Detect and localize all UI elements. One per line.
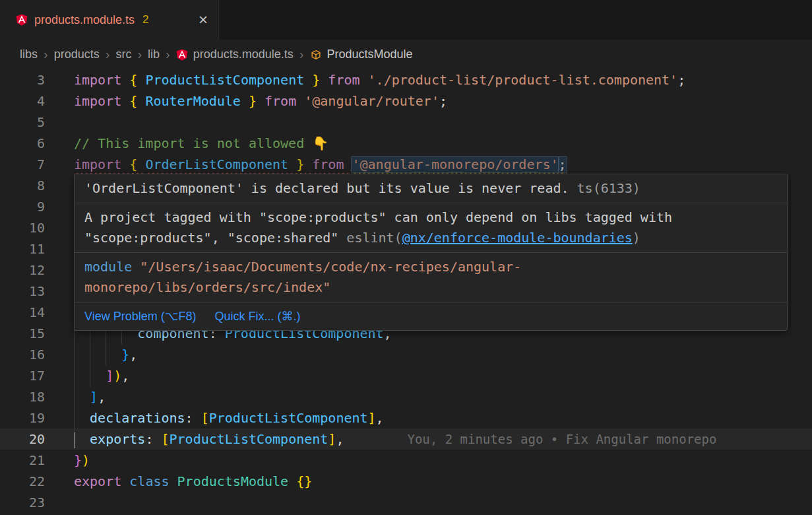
line-number[interactable]: 18 — [0, 386, 45, 407]
code-token: ] — [106, 368, 113, 384]
breadcrumb-label: products.module.ts — [193, 48, 294, 61]
line-number[interactable]: 7 — [0, 154, 45, 175]
editor: 3import { ProductListComponent } from '.… — [0, 69, 812, 513]
code-token: exports — [90, 431, 145, 447]
line-number[interactable]: 11 — [0, 238, 45, 259]
breadcrumb-separator-icon: › — [44, 47, 48, 62]
code-token: // This import is not allowed — [74, 135, 312, 151]
code-token: ProductsModule — [177, 473, 297, 489]
module-info-line2: monorepo/libs/orders/src/index" — [84, 277, 777, 298]
code-line-17[interactable]: 17]), — [0, 365, 812, 386]
view-problem-action[interactable]: View Problem (⌥F8) — [84, 306, 196, 327]
line-number[interactable]: 16 — [0, 344, 45, 365]
breadcrumb-item-lib[interactable]: lib — [148, 48, 160, 61]
tab-products-module-ts[interactable]: products.module.ts 2 × — [0, 0, 219, 40]
code-token: } — [304, 72, 328, 88]
code-token: ProductListComponent — [145, 72, 304, 88]
breadcrumb-item-src[interactable]: src — [115, 48, 131, 61]
breadcrumb-item-products[interactable]: products — [54, 48, 100, 61]
line-content: exports: [ProductListComponent],You, 2 m… — [45, 429, 812, 450]
code-line-3[interactable]: 3import { ProductListComponent } from '.… — [0, 69, 812, 90]
line-number[interactable]: 5 — [0, 112, 45, 133]
code-line-16[interactable]: 16}, — [0, 344, 812, 365]
code-token: } — [121, 347, 129, 362]
line-content — [45, 492, 812, 513]
code-line-23[interactable]: 23 — [0, 492, 812, 513]
ts-message-text: 'OrderListComponent' is declared but its… — [84, 180, 569, 196]
breadcrumb: libs›products›src›lib›products.module.ts… — [0, 40, 812, 69]
code-line-7[interactable]: 7import { OrderListComponent } from '@an… — [0, 154, 812, 175]
line-number[interactable]: 17 — [0, 365, 45, 386]
tab-bar: products.module.ts 2 × — [0, 0, 812, 40]
code-line-5[interactable]: 5 — [0, 112, 812, 133]
line-content: declarations: [ProductListComponent], — [45, 407, 812, 429]
inline-blame: You, 2 minutes ago • Fix Angular monorep… — [407, 432, 716, 446]
symbol-class-icon — [310, 49, 322, 61]
code-line-21[interactable]: 21}) — [0, 450, 812, 471]
eslint-rule-link[interactable]: @nx/enforce-module-boundaries — [402, 230, 633, 246]
line-number[interactable]: 4 — [0, 90, 45, 112]
code-token: ) — [82, 452, 90, 468]
code-line-18[interactable]: 18], — [0, 386, 812, 407]
code-token: ] — [368, 410, 376, 426]
line-number[interactable]: 14 — [0, 302, 45, 323]
code-line-22[interactable]: 22export class ProductsModule {} — [0, 471, 812, 492]
breadcrumb-label: products — [54, 48, 100, 61]
code-token: RouterModule — [145, 93, 241, 109]
indent-guides — [74, 344, 121, 365]
code-token: : — [185, 410, 201, 426]
line-number[interactable]: 21 — [0, 450, 45, 471]
code-token: , — [129, 347, 137, 362]
line-number[interactable]: 23 — [0, 492, 45, 513]
line-number[interactable]: 9 — [0, 196, 45, 217]
tab-problem-count: 2 — [142, 13, 148, 26]
code-token: ; — [677, 72, 685, 88]
code-token: : — [145, 431, 161, 447]
breadcrumb-separator-icon: › — [166, 47, 170, 62]
line-number[interactable]: 20 — [0, 429, 45, 450]
code-token: [ — [161, 431, 169, 447]
code-token: , — [98, 389, 106, 405]
code-token: ProductListComponent — [209, 410, 368, 426]
angular-icon — [16, 14, 28, 26]
code-token: from — [328, 72, 367, 88]
breadcrumb-item-libs[interactable]: libs — [20, 48, 38, 61]
line-number[interactable]: 15 — [0, 323, 45, 344]
close-icon[interactable]: × — [199, 12, 208, 28]
code-token: ; — [439, 93, 447, 109]
line-number[interactable]: 6 — [0, 133, 45, 154]
code-token: import — [74, 72, 129, 88]
code-token: ] — [90, 389, 98, 405]
line-number[interactable]: 3 — [0, 69, 45, 90]
code-token: { — [129, 72, 145, 88]
line-number[interactable]: 8 — [0, 175, 45, 196]
quick-fix-action[interactable]: Quick Fix... (⌘.) — [214, 306, 300, 327]
line-content — [45, 112, 812, 133]
line-number[interactable]: 10 — [0, 217, 45, 238]
line-content: // This import is not allowed 👇 — [45, 133, 812, 154]
line-number[interactable]: 19 — [0, 407, 45, 429]
breadcrumb-item-productsmodule[interactable]: ProductsModule — [310, 48, 413, 61]
breadcrumb-item-products-module-ts[interactable]: products.module.ts — [176, 48, 294, 61]
code-token: class — [129, 473, 177, 489]
code-token: } — [241, 93, 265, 109]
code-token: } — [288, 156, 312, 172]
code-token: { — [129, 93, 145, 109]
vscode-window: products.module.ts 2 × libs›products›src… — [0, 0, 812, 513]
code-token: from — [312, 156, 352, 172]
line-number[interactable]: 12 — [0, 259, 45, 281]
code-token: { — [129, 156, 145, 172]
code-line-19[interactable]: 19declarations: [ProductListComponent], — [0, 407, 812, 429]
line-content: import { RouterModule } from '@angular/r… — [45, 90, 812, 112]
code-token: ProductListComponent — [170, 431, 328, 447]
line-number[interactable]: 13 — [0, 281, 45, 302]
line-number[interactable]: 22 — [0, 471, 45, 492]
code-token: '@angular/router' — [304, 93, 439, 109]
tab-title: products.module.ts — [34, 13, 135, 27]
code-line-6[interactable]: 6// This import is not allowed 👇 — [0, 133, 812, 154]
code-line-20[interactable]: 20exports: [ProductListComponent],You, 2… — [0, 429, 812, 450]
eslint-message-line2: "scope:products", "scope:shared" eslint(… — [84, 228, 777, 248]
breadcrumb-separator-icon: › — [106, 47, 110, 62]
code-line-4[interactable]: 4import { RouterModule } from '@angular/… — [0, 90, 812, 112]
code-token: ) — [113, 368, 121, 384]
